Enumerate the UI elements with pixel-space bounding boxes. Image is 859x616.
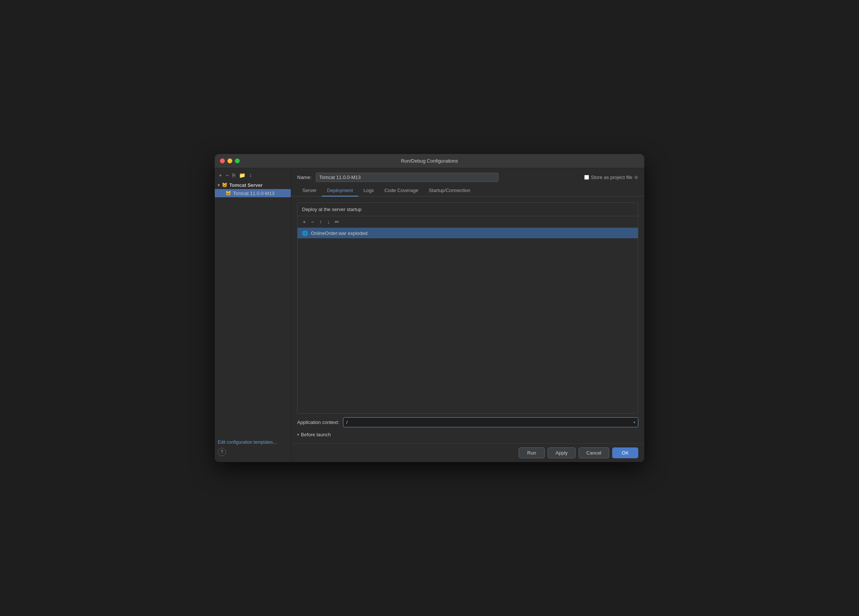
- maximize-button[interactable]: [235, 158, 240, 163]
- before-launch-header[interactable]: ▾ Before launch: [297, 432, 638, 438]
- deploy-edit-button[interactable]: ✏: [333, 219, 341, 225]
- deploy-toolbar: + − ↑ ↓ ✏: [298, 216, 638, 228]
- deploy-item[interactable]: 🌐 OnlineOrder:war exploded: [298, 228, 638, 238]
- sort-config-button[interactable]: ↕: [248, 172, 253, 178]
- tab-deployment[interactable]: Deployment: [322, 185, 358, 197]
- copy-config-button[interactable]: ⎘: [231, 172, 236, 178]
- deploy-header: Deploy at the server startup: [298, 203, 638, 216]
- app-context-label: Application context:: [297, 419, 339, 425]
- traffic-lights: [220, 158, 240, 163]
- ok-button[interactable]: OK: [612, 447, 638, 458]
- apply-button[interactable]: Apply: [548, 447, 576, 458]
- app-context-input-wrap: ▾: [343, 417, 638, 427]
- cancel-button[interactable]: Cancel: [579, 447, 609, 458]
- help-button[interactable]: ?: [218, 448, 226, 456]
- run-button[interactable]: Run: [519, 447, 545, 458]
- footer: Run Apply Cancel OK: [291, 443, 644, 462]
- tab-server[interactable]: Server: [297, 185, 322, 197]
- config-tree: ▾ 🐱 Tomcat Server 🐱 Tomcat 11.0.0-M13: [215, 181, 291, 437]
- remove-config-button[interactable]: −: [225, 172, 230, 178]
- before-launch-chevron-icon: ▾: [297, 433, 299, 437]
- before-launch-section: ▾ Before launch: [297, 432, 638, 438]
- window-title: Run/Debug Configurations: [401, 158, 458, 164]
- store-project-label: Store as project file: [591, 175, 633, 180]
- config-item-label: Tomcat 11.0.0-M13: [233, 191, 274, 196]
- edit-templates-link[interactable]: Edit configuration templates...: [218, 439, 276, 445]
- group-label: Tomcat Server: [229, 182, 262, 188]
- deploy-item-label: OnlineOrder:war exploded: [311, 230, 368, 236]
- deploy-add-button[interactable]: +: [301, 219, 307, 225]
- deploy-move-down-button[interactable]: ↓: [325, 219, 331, 225]
- tab-logs[interactable]: Logs: [358, 185, 379, 197]
- before-launch-label: Before launch: [301, 432, 331, 438]
- deploy-move-up-button[interactable]: ↑: [318, 219, 323, 225]
- config-item-tomcat[interactable]: 🐱 Tomcat 11.0.0-M13: [215, 189, 291, 197]
- store-project-container: Store as project file ⚙: [584, 175, 638, 180]
- tabs-bar: Server Deployment Logs Code Coverage Sta…: [291, 185, 644, 197]
- left-panel: + − ⎘ 📁 ↕ ▾ 🐱 Tomcat Server 🐱 Tomcat 11.…: [215, 168, 291, 462]
- tab-code-coverage[interactable]: Code Coverage: [379, 185, 423, 197]
- store-project-checkbox[interactable]: [584, 175, 589, 180]
- tomcat-icon: 🐱: [222, 182, 227, 188]
- deploy-item-icon: 🌐: [302, 230, 308, 236]
- run-debug-config-window: Run/Debug Configurations + − ⎘ 📁 ↕ ▾ 🐱 T…: [215, 154, 644, 462]
- name-input[interactable]: [316, 173, 498, 182]
- close-button[interactable]: [220, 158, 225, 163]
- new-folder-button[interactable]: 📁: [238, 172, 247, 178]
- add-config-button[interactable]: +: [218, 172, 223, 178]
- chevron-down-icon: ▾: [218, 183, 220, 187]
- deploy-remove-button[interactable]: −: [309, 219, 315, 225]
- app-context-input[interactable]: [343, 417, 638, 427]
- main-layout: + − ⎘ 📁 ↕ ▾ 🐱 Tomcat Server 🐱 Tomcat 11.…: [215, 168, 644, 462]
- deploy-list: 🌐 OnlineOrder:war exploded: [298, 228, 638, 413]
- name-label: Name:: [297, 175, 311, 180]
- app-context-row: Application context: ▾: [297, 417, 638, 427]
- left-toolbar: + − ⎘ 📁 ↕: [215, 170, 291, 181]
- left-footer: Edit configuration templates...: [215, 437, 291, 448]
- right-panel: Name: Store as project file ⚙ Server Dep…: [291, 168, 644, 462]
- titlebar: Run/Debug Configurations: [215, 154, 644, 168]
- deploy-section: Deploy at the server startup + − ↑ ↓ ✏ 🌐…: [297, 202, 638, 414]
- tab-startup-connection[interactable]: Startup/Connection: [423, 185, 475, 197]
- config-header: Name: Store as project file ⚙: [291, 168, 644, 185]
- minimize-button[interactable]: [227, 158, 232, 163]
- gear-icon[interactable]: ⚙: [634, 175, 638, 180]
- tomcat-server-group[interactable]: ▾ 🐱 Tomcat Server: [215, 181, 291, 189]
- config-item-icon: 🐱: [225, 190, 231, 196]
- content-area: Deploy at the server startup + − ↑ ↓ ✏ 🌐…: [291, 197, 644, 443]
